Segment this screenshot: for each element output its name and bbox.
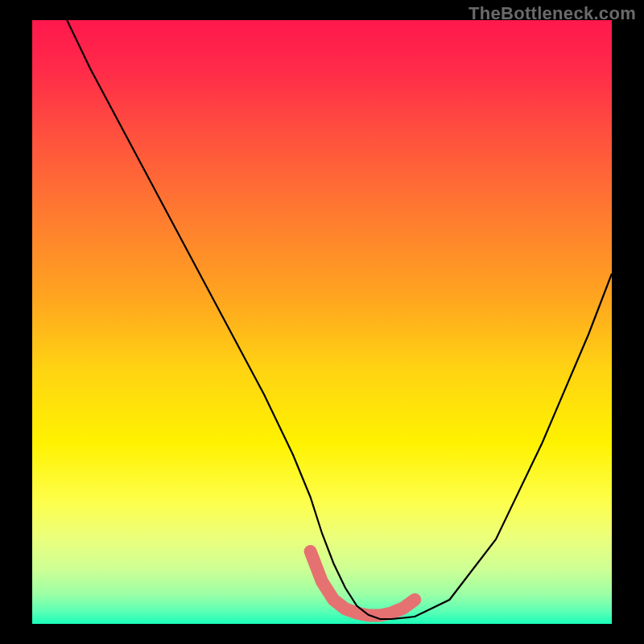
bottleneck-curve-line: [67, 20, 612, 619]
watermark-text: TheBottleneck.com: [469, 3, 636, 24]
optimal-band-line: [311, 551, 415, 616]
chart-frame: TheBottleneck.com: [0, 0, 644, 644]
plot-area: [32, 20, 612, 624]
chart-svg: [32, 20, 612, 624]
